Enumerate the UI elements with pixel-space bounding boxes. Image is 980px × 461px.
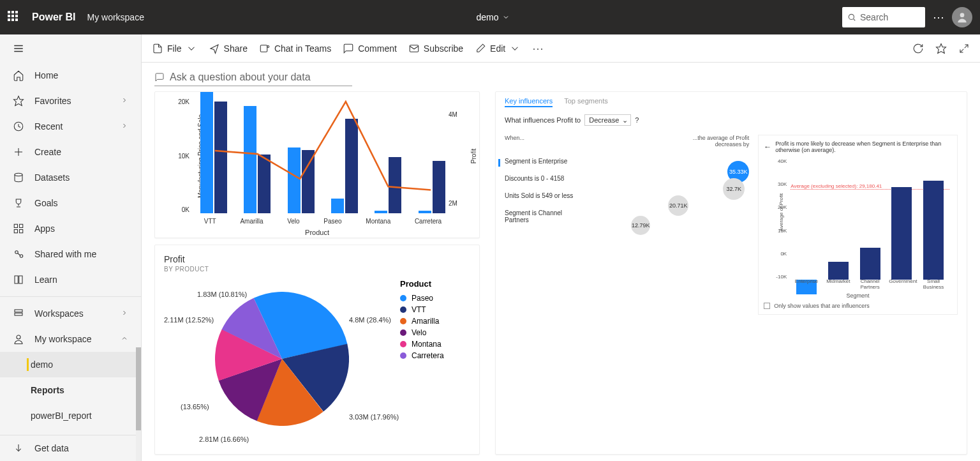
comment-button[interactable]: Comment [343, 43, 397, 54]
nav-recent[interactable]: Recent [0, 114, 141, 139]
ki-row-channel-partners[interactable]: Segment is Channel Partners 12.79K [505, 209, 749, 223]
combo-chart-card[interactable]: Manufacturing Price and Sale Profit 20K1… [154, 91, 480, 238]
svg-point-0 [849, 14, 854, 19]
nav-learn-label: Learn [34, 275, 57, 285]
svg-rect-14 [20, 230, 23, 233]
pie-label-velo: (13.65%) [181, 403, 209, 411]
more-options-icon[interactable]: ⋯ [933, 10, 944, 24]
ki-select[interactable]: Decrease⌄ [584, 114, 631, 126]
apps-icon [13, 223, 24, 234]
nav-apps-label: Apps [34, 223, 55, 234]
trophy-icon [13, 197, 24, 209]
nav-shared[interactable]: Shared with me [0, 241, 141, 267]
nav-goals[interactable]: Goals [0, 190, 141, 216]
chevron-up-icon [121, 334, 128, 344]
legend-vtt[interactable]: VTT [400, 305, 444, 314]
fullscreen-button[interactable] [958, 43, 970, 54]
document-title[interactable]: demo [476, 12, 498, 22]
ki-row-enterprise[interactable]: Segment is Enterprise 35.33K [505, 158, 749, 165]
combo-line [192, 98, 454, 223]
pie-label-amarilla: 2.81M (16.66%) [199, 435, 249, 443]
nav-scrollbar-track[interactable] [136, 347, 141, 461]
combo-x-title: Product [305, 229, 329, 236]
nav-datasets-label: Datasets [34, 172, 70, 183]
pie-label-carretera: 1.83M (10.81%) [197, 291, 247, 298]
refresh-button[interactable] [912, 43, 924, 54]
ki-influencer-list: When... ...the average of Profit decreas… [505, 135, 749, 315]
pie-label-montana: 2.11M (12.52%) [164, 316, 214, 324]
combo-y-right-title: Profit [466, 98, 475, 213]
svg-rect-13 [14, 230, 17, 233]
nav-sub-powerbi-report[interactable]: powerBI_report [0, 403, 141, 428]
main-content: File Share Chat in Teams Comment Subscri… [142, 34, 980, 461]
nav-get-data[interactable]: Get data [0, 435, 141, 461]
ki-row-discounts[interactable]: Discounts is 0 - 4158 32.7K [505, 175, 749, 182]
svg-rect-18 [15, 313, 22, 315]
pie-chart-card[interactable]: Profit BY PRODUCT [154, 245, 480, 455]
nav-get-data-label: Get data [34, 443, 69, 453]
nav-sub-reports[interactable]: Reports [0, 377, 141, 403]
legend-carretera[interactable]: Carretera [400, 351, 444, 360]
nav-create[interactable]: Create [0, 139, 141, 165]
clock-icon [13, 121, 24, 132]
favorite-button[interactable] [935, 43, 947, 54]
svg-line-26 [965, 45, 968, 48]
nav-collapse-toggle[interactable] [0, 34, 141, 63]
ki-row-units-sold[interactable]: Units Sold is 549 or less 20.71K [505, 192, 749, 199]
chevron-right-icon [121, 121, 128, 132]
chat-teams-button[interactable]: Chat in Teams [259, 43, 331, 54]
nav-scrollbar-thumb[interactable] [136, 347, 141, 430]
search-box[interactable] [842, 7, 925, 27]
nav-learn[interactable]: Learn [0, 267, 141, 292]
search-icon [847, 13, 856, 22]
file-menu[interactable]: File [152, 43, 197, 54]
ki-tab-segments[interactable]: Top segments [564, 97, 607, 107]
back-arrow-icon[interactable]: ← [764, 142, 771, 151]
svg-marker-24 [937, 43, 946, 53]
user-avatar[interactable] [952, 7, 972, 27]
legend-paseo[interactable]: Paseo [400, 294, 444, 303]
qa-placeholder: Ask a question about your data [170, 72, 311, 83]
chevron-down-icon [509, 43, 521, 54]
nav-workspaces-label: Workspaces [34, 308, 84, 319]
share-icon [13, 248, 24, 260]
nav-workspaces[interactable]: Workspaces [0, 301, 141, 326]
svg-point-10 [15, 173, 22, 176]
chevron-down-icon[interactable] [502, 13, 510, 21]
nav-favorites-label: Favorites [34, 96, 71, 106]
nav-goals-label: Goals [34, 198, 58, 208]
nav-recent-label: Recent [34, 121, 63, 132]
app-launcher-icon[interactable] [8, 11, 20, 24]
subscribe-button[interactable]: Subscribe [408, 43, 463, 54]
legend-amarilla[interactable]: Amarilla [400, 317, 444, 326]
edit-button[interactable]: Edit [475, 43, 521, 54]
ki-detail-panel: ← Profit is more likely to decrease when… [758, 135, 958, 315]
database-icon [13, 172, 24, 183]
legend-montana[interactable]: Montana [400, 340, 444, 349]
breadcrumb-workspace[interactable]: My workspace [87, 12, 144, 22]
nav-apps[interactable]: Apps [0, 216, 141, 241]
svg-rect-11 [14, 224, 17, 227]
pie-legend: Product Paseo VTT Amarilla Velo Montana … [400, 279, 444, 445]
nav-home[interactable]: Home [0, 63, 141, 88]
workspaces-icon [13, 308, 24, 319]
ki-tab-influencers[interactable]: Key influencers [505, 97, 553, 107]
key-influencers-card[interactable]: Key influencers Top segments What influe… [495, 91, 967, 455]
nav-datasets[interactable]: Datasets [0, 165, 141, 190]
share-button[interactable]: Share [209, 43, 248, 54]
svg-line-25 [960, 49, 963, 52]
nav-home-label: Home [34, 70, 58, 80]
person-icon [13, 333, 24, 345]
svg-rect-12 [20, 224, 23, 227]
qa-input[interactable]: Ask a question about your data [154, 72, 352, 86]
nav-favorites[interactable]: Favorites [0, 88, 141, 114]
svg-rect-23 [410, 45, 419, 52]
nav-my-workspace[interactable]: My workspace [0, 326, 141, 352]
pie-title: Profit [164, 254, 470, 264]
ki-only-influencers-checkbox[interactable]: Only show values that are influencers [764, 303, 952, 309]
nav-sub-demo[interactable]: demo [0, 352, 141, 377]
legend-velo[interactable]: Velo [400, 328, 444, 337]
svg-point-22 [267, 45, 269, 47]
search-input[interactable] [860, 12, 917, 22]
toolbar-more[interactable]: ⋯ [532, 42, 544, 56]
